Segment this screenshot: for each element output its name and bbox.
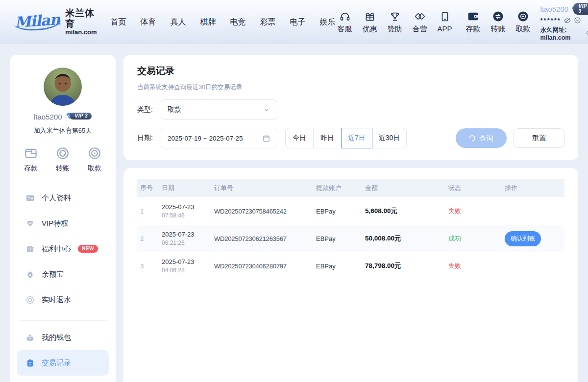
sidebar-menu: 个人资料VIP特权福利中心NEW余额宝实时返水	[17, 185, 109, 312]
nav-item[interactable]: 彩票	[260, 17, 276, 27]
logo-cn-text: 米兰体育	[65, 8, 97, 29]
main-nav: 首页体育真人棋牌电竞彩票电子娱乐	[111, 17, 336, 27]
topbar: Milan 米兰体育 milan.com 首页体育真人棋牌电竞彩票电子娱乐 客服…	[0, 0, 588, 44]
cell-status: 成功	[448, 234, 505, 243]
query-button[interactable]: 查询	[456, 128, 507, 148]
table-header-cell: 日期	[162, 184, 214, 192]
nav-item[interactable]: 电竞	[230, 17, 246, 27]
table-header-cell: 订单号	[214, 184, 316, 192]
sidebar-action-取款[interactable]: 取款	[87, 146, 102, 173]
date-range-value: 2025-07-19 ~ 2025-07-25	[168, 135, 243, 142]
my-wallet-icon	[25, 333, 35, 342]
topbar-button-优惠[interactable]: 优惠	[361, 10, 379, 34]
topbar-button-转账[interactable]: 转账	[489, 10, 508, 34]
sidebar-item-个人资料[interactable]: 个人资料	[17, 185, 109, 211]
table-row: 22025-07-2306:21:26WD202507230621263567E…	[137, 225, 564, 252]
nav-item[interactable]: 体育	[141, 17, 156, 27]
headset-icon	[339, 10, 351, 23]
table-header-cell: 序号	[137, 184, 162, 192]
topbar-button-合营[interactable]: 合营	[411, 10, 429, 34]
calendar-icon	[262, 134, 270, 143]
sidebar: ltao5200 VIP 3 加入米兰体育第65天 存款转账取款 个人资料VIP…	[10, 55, 116, 382]
member-days: 加入米兰体育第65天	[17, 126, 109, 135]
cell-amount: 78,798.00元	[365, 262, 448, 270]
circle-chevron-icon[interactable]	[574, 17, 581, 24]
topbar-quick-icons: 客服优惠赞助合营APP	[336, 10, 454, 34]
filter-card: 交易记录 当前系统支持查询最近30日的交易记录 类型: 取款 日期: 2025-…	[123, 55, 578, 160]
date-range-input[interactable]: 2025-07-19 ~ 2025-07-25	[161, 128, 277, 148]
nav-item[interactable]: 娱乐	[320, 17, 336, 27]
reset-button[interactable]: 重置	[514, 128, 564, 148]
range-button-近30日[interactable]: 近30日	[372, 128, 407, 148]
cell-amount: 5,608.00元	[365, 207, 448, 215]
sidebar-item-交易记录[interactable]: 交易记录	[17, 350, 109, 376]
range-button-今日[interactable]: 今日	[285, 128, 314, 148]
date-label: 日期:	[137, 134, 161, 143]
cell-order-number: WD202507230621263567	[214, 235, 316, 242]
withdraw-icon	[517, 10, 529, 23]
range-button-昨日[interactable]: 昨日	[313, 128, 342, 148]
cell-order-number: WD202507230406280797	[214, 263, 316, 270]
welfare-icon	[25, 244, 35, 254]
type-select[interactable]: 取款	[161, 99, 277, 120]
cell-action: 确认到账	[505, 231, 564, 246]
range-button-近7日[interactable]: 近7日	[341, 128, 372, 148]
page-subtitle: 当前系统支持查询最近30日的交易记录	[137, 83, 564, 92]
sidebar-item-福利中心[interactable]: 福利中心NEW	[17, 236, 109, 262]
search-icon[interactable]	[586, 30, 588, 37]
sidebar-username: ltao5200	[34, 113, 62, 121]
wallet-outline-icon	[24, 146, 38, 161]
profile-icon	[25, 193, 35, 203]
nav-item[interactable]: 棋牌	[200, 17, 216, 27]
topbar-button-赞助[interactable]: 赞助	[386, 10, 404, 34]
user-info[interactable]: ltao5200 VIP 3 ****** 永久网址: milan.com	[540, 3, 588, 41]
transfer-icon	[492, 10, 504, 23]
deposit-icon	[467, 10, 479, 23]
sidebar-item-我的钱包[interactable]: 我的钱包	[17, 325, 109, 350]
topbar-button-存款[interactable]: 存款	[464, 10, 483, 34]
cell-withdraw-account: EBPay	[316, 263, 365, 270]
sidebar-item-VIP特权[interactable]: VIP特权	[17, 211, 109, 236]
nav-item[interactable]: 电子	[290, 17, 306, 27]
sidebar-vip-badge: VIP 3	[65, 112, 92, 122]
topbar-button-取款[interactable]: 取款	[514, 10, 533, 34]
topbar-button-客服[interactable]: 客服	[336, 10, 354, 34]
sidebar-item-余额宝[interactable]: 余额宝	[17, 262, 109, 287]
sidebar-action-转账[interactable]: 转账	[55, 146, 70, 173]
phone-icon	[439, 10, 451, 23]
divider	[19, 320, 107, 321]
cell-order-number: WD202507230758465242	[214, 208, 316, 215]
confirm-received-button[interactable]: 确认到账	[505, 231, 541, 246]
yuebao-icon	[25, 270, 35, 279]
sidebar-item-投注记录[interactable]: 投注记录	[17, 376, 109, 382]
table-header-cell: 提款账户	[316, 184, 365, 192]
sidebar-avatar[interactable]	[44, 68, 82, 106]
logo[interactable]: Milan 米兰体育 milan.com	[14, 8, 97, 37]
table-header: 序号日期订单号提款账户金额状态操作	[137, 179, 564, 197]
masked-balance: ******	[540, 17, 561, 24]
trophy-icon	[389, 10, 401, 23]
transactions-table-card: 序号日期订单号提款账户金额状态操作 12025-07-2307:58:46WD2…	[123, 168, 578, 382]
new-badge: NEW	[78, 245, 98, 253]
type-select-value: 取款	[168, 105, 181, 114]
nav-item[interactable]: 首页	[111, 17, 126, 27]
cell-seq: 2	[137, 235, 162, 242]
withdraw-outline-icon	[87, 146, 102, 161]
cell-status: 失败	[448, 262, 505, 270]
topbar-button-APP[interactable]: APP	[436, 10, 454, 34]
nav-item[interactable]: 真人	[171, 17, 186, 27]
type-label: 类型:	[137, 105, 161, 114]
cell-seq: 1	[137, 208, 162, 215]
table-row: 12025-07-2307:58:46WD202507230758465242E…	[137, 197, 564, 225]
topbar-wallet-icons: 存款转账取款	[464, 10, 533, 34]
rebate-icon	[25, 295, 35, 305]
sidebar-action-存款[interactable]: 存款	[24, 146, 38, 173]
eye-off-icon[interactable]	[564, 17, 571, 24]
sidebar-item-实时返水[interactable]: 实时返水	[17, 287, 109, 312]
cell-withdraw-account: EBPay	[316, 235, 365, 242]
vip-icon	[25, 219, 35, 228]
cell-withdraw-account: EBPay	[316, 208, 365, 215]
cell-date: 2025-07-2304:06:28	[162, 258, 214, 274]
transfer-outline-icon	[55, 146, 70, 161]
transactions-icon	[25, 358, 35, 368]
